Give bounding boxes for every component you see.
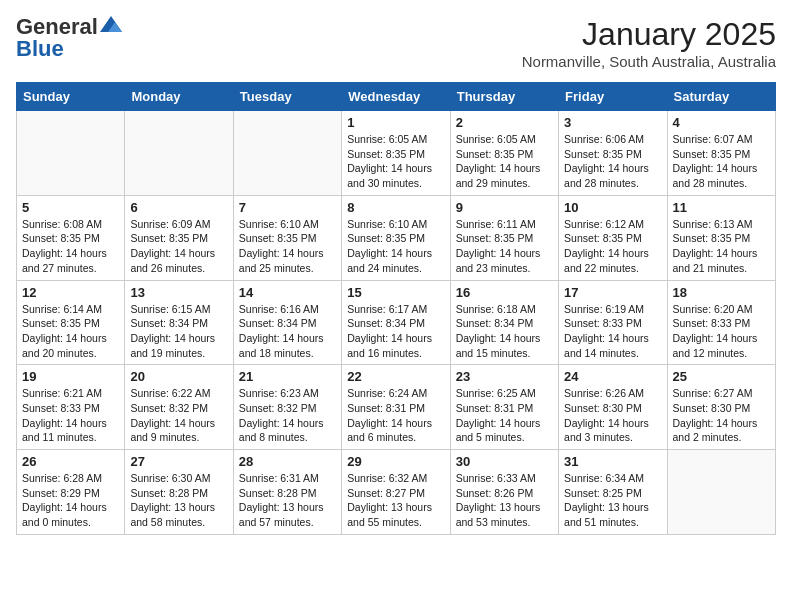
logo-blue: Blue <box>16 36 64 61</box>
calendar-cell: 16Sunrise: 6:18 AMSunset: 8:34 PMDayligh… <box>450 280 558 365</box>
calendar-cell: 30Sunrise: 6:33 AMSunset: 8:26 PMDayligh… <box>450 450 558 535</box>
calendar-cell: 13Sunrise: 6:15 AMSunset: 8:34 PMDayligh… <box>125 280 233 365</box>
day-info: Sunrise: 6:32 AMSunset: 8:27 PMDaylight:… <box>347 471 444 530</box>
logo-icon <box>100 16 122 34</box>
day-number: 5 <box>22 200 119 215</box>
calendar-week-row: 5Sunrise: 6:08 AMSunset: 8:35 PMDaylight… <box>17 195 776 280</box>
day-number: 10 <box>564 200 661 215</box>
day-number: 28 <box>239 454 336 469</box>
day-info: Sunrise: 6:09 AMSunset: 8:35 PMDaylight:… <box>130 217 227 276</box>
day-number: 6 <box>130 200 227 215</box>
calendar-cell: 4Sunrise: 6:07 AMSunset: 8:35 PMDaylight… <box>667 111 775 196</box>
day-info: Sunrise: 6:13 AMSunset: 8:35 PMDaylight:… <box>673 217 770 276</box>
day-info: Sunrise: 6:06 AMSunset: 8:35 PMDaylight:… <box>564 132 661 191</box>
day-number: 30 <box>456 454 553 469</box>
page-header: General Blue January 2025 Normanville, S… <box>16 16 776 70</box>
calendar-cell: 29Sunrise: 6:32 AMSunset: 8:27 PMDayligh… <box>342 450 450 535</box>
day-info: Sunrise: 6:31 AMSunset: 8:28 PMDaylight:… <box>239 471 336 530</box>
calendar-cell <box>667 450 775 535</box>
day-number: 8 <box>347 200 444 215</box>
day-info: Sunrise: 6:27 AMSunset: 8:30 PMDaylight:… <box>673 386 770 445</box>
calendar-week-row: 19Sunrise: 6:21 AMSunset: 8:33 PMDayligh… <box>17 365 776 450</box>
day-info: Sunrise: 6:22 AMSunset: 8:32 PMDaylight:… <box>130 386 227 445</box>
calendar-cell: 10Sunrise: 6:12 AMSunset: 8:35 PMDayligh… <box>559 195 667 280</box>
day-number: 31 <box>564 454 661 469</box>
day-info: Sunrise: 6:05 AMSunset: 8:35 PMDaylight:… <box>347 132 444 191</box>
title-block: January 2025 Normanville, South Australi… <box>522 16 776 70</box>
logo-general: General <box>16 16 98 38</box>
calendar-cell: 26Sunrise: 6:28 AMSunset: 8:29 PMDayligh… <box>17 450 125 535</box>
weekday-header: Saturday <box>667 83 775 111</box>
day-info: Sunrise: 6:24 AMSunset: 8:31 PMDaylight:… <box>347 386 444 445</box>
calendar-cell: 27Sunrise: 6:30 AMSunset: 8:28 PMDayligh… <box>125 450 233 535</box>
calendar-cell: 21Sunrise: 6:23 AMSunset: 8:32 PMDayligh… <box>233 365 341 450</box>
day-number: 17 <box>564 285 661 300</box>
day-number: 1 <box>347 115 444 130</box>
day-number: 24 <box>564 369 661 384</box>
day-number: 3 <box>564 115 661 130</box>
calendar-cell: 22Sunrise: 6:24 AMSunset: 8:31 PMDayligh… <box>342 365 450 450</box>
day-info: Sunrise: 6:07 AMSunset: 8:35 PMDaylight:… <box>673 132 770 191</box>
day-info: Sunrise: 6:15 AMSunset: 8:34 PMDaylight:… <box>130 302 227 361</box>
day-number: 15 <box>347 285 444 300</box>
calendar-cell: 19Sunrise: 6:21 AMSunset: 8:33 PMDayligh… <box>17 365 125 450</box>
calendar-week-row: 1Sunrise: 6:05 AMSunset: 8:35 PMDaylight… <box>17 111 776 196</box>
calendar-cell: 23Sunrise: 6:25 AMSunset: 8:31 PMDayligh… <box>450 365 558 450</box>
calendar-cell: 14Sunrise: 6:16 AMSunset: 8:34 PMDayligh… <box>233 280 341 365</box>
calendar-cell: 8Sunrise: 6:10 AMSunset: 8:35 PMDaylight… <box>342 195 450 280</box>
calendar-cell: 2Sunrise: 6:05 AMSunset: 8:35 PMDaylight… <box>450 111 558 196</box>
day-number: 27 <box>130 454 227 469</box>
day-number: 16 <box>456 285 553 300</box>
day-number: 25 <box>673 369 770 384</box>
day-info: Sunrise: 6:08 AMSunset: 8:35 PMDaylight:… <box>22 217 119 276</box>
calendar-cell: 9Sunrise: 6:11 AMSunset: 8:35 PMDaylight… <box>450 195 558 280</box>
calendar-cell: 24Sunrise: 6:26 AMSunset: 8:30 PMDayligh… <box>559 365 667 450</box>
month-title: January 2025 <box>522 16 776 53</box>
weekday-header: Thursday <box>450 83 558 111</box>
calendar-cell: 28Sunrise: 6:31 AMSunset: 8:28 PMDayligh… <box>233 450 341 535</box>
calendar-cell: 17Sunrise: 6:19 AMSunset: 8:33 PMDayligh… <box>559 280 667 365</box>
day-info: Sunrise: 6:16 AMSunset: 8:34 PMDaylight:… <box>239 302 336 361</box>
calendar-cell: 20Sunrise: 6:22 AMSunset: 8:32 PMDayligh… <box>125 365 233 450</box>
calendar-cell: 25Sunrise: 6:27 AMSunset: 8:30 PMDayligh… <box>667 365 775 450</box>
calendar-cell: 11Sunrise: 6:13 AMSunset: 8:35 PMDayligh… <box>667 195 775 280</box>
day-number: 4 <box>673 115 770 130</box>
day-info: Sunrise: 6:11 AMSunset: 8:35 PMDaylight:… <box>456 217 553 276</box>
day-info: Sunrise: 6:25 AMSunset: 8:31 PMDaylight:… <box>456 386 553 445</box>
day-number: 26 <box>22 454 119 469</box>
weekday-header: Friday <box>559 83 667 111</box>
day-number: 21 <box>239 369 336 384</box>
weekday-header: Sunday <box>17 83 125 111</box>
day-number: 20 <box>130 369 227 384</box>
day-number: 14 <box>239 285 336 300</box>
day-number: 13 <box>130 285 227 300</box>
day-number: 7 <box>239 200 336 215</box>
calendar-cell: 18Sunrise: 6:20 AMSunset: 8:33 PMDayligh… <box>667 280 775 365</box>
weekday-header: Monday <box>125 83 233 111</box>
day-number: 11 <box>673 200 770 215</box>
calendar-header-row: SundayMondayTuesdayWednesdayThursdayFrid… <box>17 83 776 111</box>
day-info: Sunrise: 6:10 AMSunset: 8:35 PMDaylight:… <box>347 217 444 276</box>
calendar-cell: 6Sunrise: 6:09 AMSunset: 8:35 PMDaylight… <box>125 195 233 280</box>
calendar-cell: 12Sunrise: 6:14 AMSunset: 8:35 PMDayligh… <box>17 280 125 365</box>
day-info: Sunrise: 6:26 AMSunset: 8:30 PMDaylight:… <box>564 386 661 445</box>
day-info: Sunrise: 6:28 AMSunset: 8:29 PMDaylight:… <box>22 471 119 530</box>
day-number: 2 <box>456 115 553 130</box>
calendar-cell <box>233 111 341 196</box>
day-info: Sunrise: 6:21 AMSunset: 8:33 PMDaylight:… <box>22 386 119 445</box>
calendar-cell: 5Sunrise: 6:08 AMSunset: 8:35 PMDaylight… <box>17 195 125 280</box>
day-info: Sunrise: 6:17 AMSunset: 8:34 PMDaylight:… <box>347 302 444 361</box>
calendar-week-row: 26Sunrise: 6:28 AMSunset: 8:29 PMDayligh… <box>17 450 776 535</box>
day-info: Sunrise: 6:33 AMSunset: 8:26 PMDaylight:… <box>456 471 553 530</box>
weekday-header: Tuesday <box>233 83 341 111</box>
day-info: Sunrise: 6:05 AMSunset: 8:35 PMDaylight:… <box>456 132 553 191</box>
day-info: Sunrise: 6:10 AMSunset: 8:35 PMDaylight:… <box>239 217 336 276</box>
location-title: Normanville, South Australia, Australia <box>522 53 776 70</box>
day-info: Sunrise: 6:30 AMSunset: 8:28 PMDaylight:… <box>130 471 227 530</box>
calendar-table: SundayMondayTuesdayWednesdayThursdayFrid… <box>16 82 776 535</box>
calendar-cell <box>17 111 125 196</box>
day-info: Sunrise: 6:12 AMSunset: 8:35 PMDaylight:… <box>564 217 661 276</box>
calendar-cell: 3Sunrise: 6:06 AMSunset: 8:35 PMDaylight… <box>559 111 667 196</box>
day-number: 19 <box>22 369 119 384</box>
calendar-cell: 31Sunrise: 6:34 AMSunset: 8:25 PMDayligh… <box>559 450 667 535</box>
